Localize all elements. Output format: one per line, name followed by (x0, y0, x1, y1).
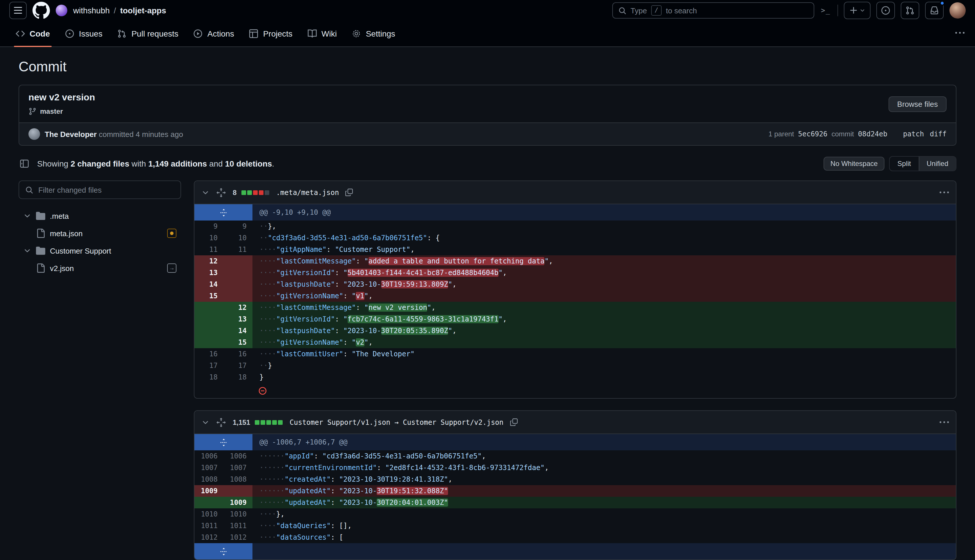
create-new-button[interactable] (844, 2, 870, 19)
command-palette-button[interactable]: >_ (820, 7, 832, 15)
old-line-number[interactable]: 10 (194, 232, 223, 244)
no-whitespace-button[interactable]: No Whitespace (823, 157, 885, 171)
old-line-number[interactable] (194, 325, 223, 337)
new-line-number[interactable] (223, 278, 252, 290)
new-line-number[interactable] (223, 290, 252, 302)
tab-wiki[interactable]: Wiki (300, 21, 345, 47)
diff-line: ····"dataQueries": [], (252, 520, 956, 532)
parent-label: 1 parent (768, 130, 794, 138)
page-title: Commit (18, 58, 957, 75)
new-line-number[interactable]: 1012 (223, 532, 252, 543)
user-avatar[interactable] (950, 2, 966, 18)
new-line-number[interactable]: 1008 (223, 473, 252, 485)
collapse-file-button[interactable] (200, 187, 211, 198)
copy-path-button[interactable] (343, 187, 355, 198)
new-line-number[interactable]: 15 (223, 337, 252, 348)
new-line-number[interactable]: 1009 (223, 497, 252, 508)
move-file-button[interactable] (215, 187, 227, 198)
tree-folder-.meta[interactable]: .meta (18, 207, 181, 225)
old-line-number[interactable]: 1012 (194, 532, 223, 543)
file-options-button[interactable] (938, 187, 950, 198)
move-file-button[interactable] (215, 417, 227, 428)
gear-icon (352, 29, 361, 38)
copy-path-button[interactable] (508, 417, 519, 428)
old-line-number[interactable]: 11 (194, 244, 223, 255)
commit-box: new v2 version master Browse files The D… (18, 85, 957, 146)
patch-diff-links: patch diff (903, 130, 947, 138)
new-line-number[interactable]: 14 (223, 325, 252, 337)
new-line-number[interactable]: 1006 (223, 450, 252, 462)
expand-hunk-button[interactable] (194, 204, 252, 220)
old-line-number[interactable]: 13 (194, 267, 223, 278)
old-line-number[interactable]: 18 (194, 372, 223, 383)
old-line-number[interactable]: 1007 (194, 462, 223, 473)
tree-folder-customer-support[interactable]: Customer Support (18, 242, 181, 259)
context-avatar[interactable] (56, 5, 67, 16)
file-options-button[interactable] (938, 417, 950, 428)
new-line-number[interactable]: 11 (223, 244, 252, 255)
global-search[interactable]: Type / to search (612, 2, 814, 18)
new-line-number[interactable]: 10 (223, 232, 252, 244)
old-line-number[interactable]: 1006 (194, 450, 223, 462)
github-logo[interactable] (32, 2, 50, 19)
committer-avatar[interactable] (28, 128, 40, 140)
committer-name[interactable]: The Developer (45, 130, 97, 138)
old-line-number[interactable]: 1010 (194, 508, 223, 520)
breadcrumb-owner[interactable]: withshubh (73, 6, 110, 15)
tab-projects[interactable]: Projects (242, 21, 300, 47)
expand-hunk-button[interactable] (194, 543, 252, 559)
new-line-number[interactable]: 1010 (223, 508, 252, 520)
expand-hunk-button[interactable] (194, 434, 252, 450)
new-line-number[interactable]: 13 (223, 313, 252, 325)
tree-file-v2.json[interactable]: v2.json→ (18, 259, 181, 277)
new-line-number[interactable]: 12 (223, 302, 252, 313)
new-line-number[interactable]: 16 (223, 348, 252, 360)
collapse-file-button[interactable] (200, 417, 211, 427)
new-line-number[interactable] (223, 485, 252, 497)
old-line-number[interactable] (194, 313, 223, 325)
new-line-number[interactable]: 18 (223, 372, 252, 383)
patch-link[interactable]: patch (903, 130, 924, 138)
old-line-number[interactable]: 14 (194, 278, 223, 290)
diff-link[interactable]: diff (930, 130, 947, 138)
filter-files-input[interactable] (38, 185, 175, 194)
inbox-button[interactable] (925, 2, 944, 19)
unified-view-button[interactable]: Unified (918, 157, 956, 171)
tab-actions[interactable]: Actions (186, 21, 242, 47)
old-line-number[interactable]: 15 (194, 290, 223, 302)
pull-requests-header-button[interactable] (901, 2, 919, 19)
new-line-number[interactable] (223, 255, 252, 267)
old-line-number[interactable]: 12 (194, 255, 223, 267)
file-tree-toggle-button[interactable] (18, 158, 30, 170)
split-view-button[interactable]: Split (890, 157, 919, 171)
play-icon (193, 29, 203, 38)
old-line-number[interactable]: 1009 (194, 485, 223, 497)
old-line-number[interactable] (194, 302, 223, 313)
branch-name[interactable]: master (40, 107, 63, 115)
old-line-number[interactable]: 1011 (194, 520, 223, 532)
old-line-number[interactable]: 9 (194, 220, 223, 232)
tab-settings[interactable]: Settings (345, 21, 403, 47)
tab-code[interactable]: Code (8, 21, 57, 47)
new-line-number[interactable]: 1011 (223, 520, 252, 532)
new-line-number[interactable] (223, 267, 252, 278)
old-line-number[interactable]: 1008 (194, 473, 223, 485)
tree-file-meta.json[interactable]: meta.json (18, 225, 181, 242)
new-line-number[interactable]: 1007 (223, 462, 252, 473)
old-line-number[interactable]: 16 (194, 348, 223, 360)
new-line-number[interactable]: 17 (223, 360, 252, 372)
nav-overflow-button[interactable] (953, 26, 967, 42)
diff-line: ····"gitVersionName": "v2", (252, 337, 956, 348)
breadcrumb-repo[interactable]: tooljet-apps (120, 6, 166, 15)
commit-message: new v2 version (28, 92, 95, 103)
browse-files-button[interactable]: Browse files (888, 96, 947, 112)
old-line-number[interactable] (194, 337, 223, 348)
parent-sha[interactable]: 5ec6926 (798, 130, 827, 138)
tab-issues[interactable]: Issues (57, 21, 110, 47)
issues-header-button[interactable] (876, 2, 895, 19)
old-line-number[interactable]: 17 (194, 360, 223, 372)
new-line-number[interactable]: 9 (223, 220, 252, 232)
hamburger-menu-button[interactable] (9, 2, 27, 19)
tab-pull-requests[interactable]: Pull requests (110, 21, 186, 47)
old-line-number[interactable] (194, 497, 223, 508)
